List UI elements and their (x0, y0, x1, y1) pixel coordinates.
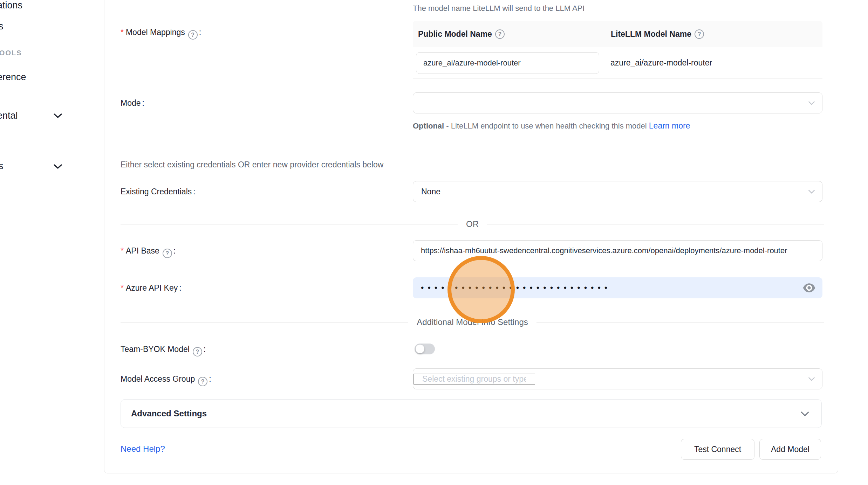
or-divider: OR (121, 220, 824, 229)
existing-credentials-select[interactable]: None (413, 181, 822, 202)
advanced-settings-panel[interactable]: Advanced Settings (121, 399, 822, 428)
sidebar-item-users[interactable]: s (0, 21, 4, 32)
need-help-link[interactable]: Need Help? (121, 443, 165, 455)
add-model-page: ations s TOOLS erence ental s The model … (0, 0, 868, 485)
chevron-down-icon (808, 377, 815, 381)
column-header-litellm-model-name: LiteLLM Model Name? (605, 21, 822, 47)
help-question-icon[interactable]: ? (695, 29, 704, 39)
eye-icon (803, 283, 815, 293)
chevron-down-icon (54, 113, 62, 118)
azure-api-key-label: *Azure API Key: (121, 282, 182, 294)
divider-line (536, 322, 824, 323)
model-name-helper-text: The model name LiteLLM will send to the … (413, 2, 585, 14)
model-mappings-table: Public Model Name? LiteLLM Model Name? a… (413, 21, 822, 79)
sidebar-item-api-reference[interactable]: erence (0, 72, 26, 83)
sidebar-item-label: ental (0, 110, 18, 121)
or-divider-text: OR (466, 219, 479, 229)
help-question-icon[interactable]: ? (188, 30, 198, 40)
divider-line (121, 224, 458, 224)
add-model-button[interactable]: Add Model (759, 439, 821, 460)
api-base-label: *API Base?: (121, 245, 176, 258)
table-row: azure_ai/azure-model-router (413, 47, 822, 79)
required-marker: * (121, 246, 124, 255)
learn-more-link[interactable]: Learn more (649, 121, 690, 130)
additional-settings-divider: Additional Model Info Settings (121, 318, 824, 327)
model-access-group-label: Model Access Group?: (121, 373, 211, 386)
api-base-field (413, 240, 822, 261)
help-question-icon[interactable]: ? (198, 377, 207, 386)
sidebar-item-organizations[interactable]: ations (0, 0, 22, 11)
table-header-row: Public Model Name? LiteLLM Model Name? (413, 21, 822, 47)
divider-line (121, 322, 408, 323)
chevron-down-icon (800, 411, 809, 416)
team-byok-toggle[interactable] (415, 344, 435, 354)
test-connect-button[interactable]: Test Connect (681, 439, 754, 460)
sidebar-item-label: ations (0, 0, 22, 11)
help-question-icon[interactable]: ? (495, 29, 505, 39)
model-access-group-select[interactable] (413, 368, 822, 389)
chevron-down-icon (808, 101, 815, 105)
advanced-settings-title: Advanced Settings (131, 409, 207, 418)
required-marker: * (121, 283, 124, 292)
existing-credentials-label: Existing Credentials: (121, 186, 196, 198)
optional-bold: Optional (413, 122, 444, 130)
team-byok-label: Team-BYOK Model?: (121, 343, 206, 356)
sidebar: ations s TOOLS erence ental s (0, 0, 104, 485)
chevron-down-icon (54, 164, 62, 169)
credentials-note: Either select existing credentials OR en… (121, 159, 383, 171)
sidebar-item-label: s (0, 21, 4, 32)
mode-label: Mode: (121, 97, 144, 109)
litellm-model-name-value: azure_ai/azure-model-router (610, 58, 712, 68)
sidebar-item-label: erence (0, 72, 26, 82)
sidebar-item-experimental[interactable]: ental (0, 110, 18, 121)
password-visibility-toggle[interactable] (803, 283, 815, 293)
masked-password-dots: •••••••••••••••••••••••••••• (421, 283, 611, 293)
divider-line (487, 224, 824, 224)
api-base-input[interactable] (413, 241, 822, 261)
help-question-icon[interactable]: ? (163, 249, 172, 258)
toggle-knob (416, 345, 424, 353)
sidebar-item-label: s (0, 161, 4, 171)
mode-helper-text: Optional - LiteLLM endpoint to use when … (413, 119, 697, 133)
public-model-name-input[interactable] (416, 52, 599, 74)
mode-select[interactable] (413, 92, 822, 113)
additional-settings-divider-text: Additional Model Info Settings (417, 317, 528, 327)
model-access-group-input[interactable] (413, 374, 535, 384)
sidebar-item-settings[interactable]: s (0, 161, 4, 172)
chevron-down-icon (808, 189, 815, 194)
column-header-public-model-name: Public Model Name? (413, 21, 605, 47)
sidebar-section-label: TOOLS (0, 49, 22, 57)
required-marker: * (121, 28, 124, 37)
azure-api-key-input[interactable]: •••••••••••••••••••••••••••• (413, 277, 822, 298)
model-mappings-label: *Model Mappings?: (121, 26, 201, 40)
sidebar-section-tools: TOOLS (0, 49, 22, 57)
existing-credentials-value: None (421, 187, 440, 196)
help-question-icon[interactable]: ? (193, 347, 202, 356)
